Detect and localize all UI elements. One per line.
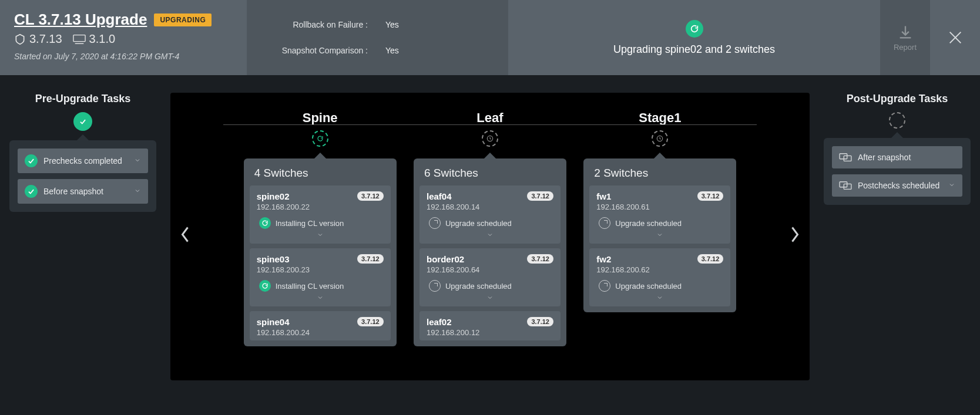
switch-status: Upgrade scheduled [596,217,723,229]
pre-tasks-box: Prechecks completedBefore snapshot [9,140,156,212]
version-pill: 3.7.12 [357,254,384,264]
stage-column: 6 Switchesleaf04192.168.200.143.7.12Upgr… [414,153,566,380]
version-pill: 3.7.12 [357,317,384,326]
page-title[interactable]: CL 3.7.13 Upgrade [14,11,147,29]
task-item[interactable]: Postchecks scheduled [832,174,962,197]
rollback-label: Rollback on Failure : [268,20,385,29]
status-badge: UPGRADING [154,14,212,26]
switch-ip: 192.168.200.12 [427,328,479,337]
stage-header: Spine [235,110,405,147]
header-actions: Report [880,0,980,75]
stage-count: 2 Switches [583,158,736,185]
switch-name: leaf02 [427,317,479,327]
prev-button[interactable] [174,220,196,254]
check-icon [25,154,38,167]
stage-title: Stage1 [639,110,681,126]
svg-rect-0 [73,35,85,41]
expand-button[interactable] [596,231,723,240]
pending-icon [889,112,905,129]
expand-button[interactable] [596,294,723,303]
switch-status-text: Upgrade scheduled [615,219,682,228]
report-button[interactable]: Report [880,0,930,75]
switch-name: fw2 [596,254,649,264]
switch-status: Upgrade scheduled [427,280,553,292]
switch-ip: 192.168.200.61 [596,203,649,211]
header-left: CL 3.7.13 Upgrade UPGRADING 3.7.13 3.1.0… [0,0,247,75]
stage-count: 4 Switches [244,158,397,185]
expand-button[interactable] [427,294,553,303]
task-label: Before snapshot [43,187,103,196]
expand-button[interactable] [257,294,384,303]
switch-card[interactable]: spine04192.168.200.243.7.12 [250,311,391,340]
body: Pre-Upgrade Tasks Prechecks completedBef… [0,75,980,415]
task-item[interactable]: Before snapshot [18,179,148,204]
post-tasks-box: After snapshotPostchecks scheduled [824,138,971,205]
task-item[interactable]: Prechecks completed [18,149,148,173]
cycle-icon [686,20,703,38]
close-button[interactable] [930,0,980,75]
switch-card[interactable]: leaf02192.168.200.123.7.12 [419,311,561,340]
stage-box: 4 Switchesspine02192.168.200.223.7.12Ins… [244,158,397,346]
snapshot-icon [839,180,852,191]
pointer-icon [654,153,666,158]
chevron-down-icon [134,156,141,166]
clock-icon [429,217,441,229]
cycle-icon [259,217,271,229]
version-pill: 3.7.12 [527,317,553,326]
stage-box: 6 Switchesleaf04192.168.200.143.7.12Upgr… [414,158,566,346]
stage-box: 2 Switchesfw1192.168.200.613.7.12Upgrade… [583,158,736,312]
switch-status: Installing CL version [257,280,384,292]
switch-status-text: Installing CL version [276,219,344,228]
switch-card[interactable]: fw1192.168.200.613.7.12Upgrade scheduled [589,185,730,244]
switch-card[interactable]: border02192.168.200.643.7.12Upgrade sche… [419,248,561,306]
netq-version: 3.1.0 [73,32,115,46]
chevron-down-icon [134,187,141,196]
header-settings: Rollback on Failure : Yes Snapshot Compa… [247,0,508,75]
task-label: Prechecks completed [43,156,122,166]
progress-text: Upgrading spine02 and 2 switches [613,43,775,56]
switch-ip: 192.168.200.64 [427,265,479,274]
switch-ip: 192.168.200.22 [257,203,310,211]
version-pill: 3.7.12 [357,191,384,201]
switch-card[interactable]: leaf04192.168.200.143.7.12Upgrade schedu… [419,185,561,244]
pointer-icon [77,134,89,140]
switch-status-text: Upgrade scheduled [445,282,512,291]
stage-header: Leaf [405,110,575,147]
cl-icon [14,33,26,45]
download-icon [897,24,914,41]
switch-name: spine02 [257,191,310,201]
switch-list: spine02192.168.200.223.7.12Installing CL… [244,185,397,346]
switch-ip: 192.168.200.24 [257,328,310,337]
version-pill: 3.7.12 [527,191,553,201]
svg-rect-7 [844,156,851,161]
cycle-icon [259,280,271,292]
clock-icon [599,217,610,229]
cl-version: 3.7.13 [14,32,62,46]
switch-status-text: Upgrade scheduled [615,282,682,291]
check-icon [73,112,92,131]
clock-icon [429,280,441,292]
svg-rect-8 [840,182,847,187]
switch-status-text: Upgrade scheduled [445,219,512,228]
switch-ip: 192.168.200.14 [427,203,479,211]
stage-header: Stage1 [575,110,745,147]
clock-icon [482,130,498,147]
post-upgrade-panel: Post-Upgrade Tasks After snapshotPostche… [824,93,971,415]
switch-card[interactable]: spine02192.168.200.223.7.12Installing CL… [250,185,391,244]
snapshot-label: Snapshot Comparison : [268,46,385,55]
rollback-value: Yes [385,20,399,29]
svg-rect-6 [840,154,847,159]
switch-card[interactable]: fw2192.168.200.623.7.12Upgrade scheduled [589,248,730,306]
expand-button[interactable] [427,231,553,240]
svg-rect-9 [844,184,851,189]
snapshot-icon [839,152,852,163]
switch-status: Upgrade scheduled [427,217,553,229]
next-button[interactable] [784,220,806,254]
switch-name: border02 [427,254,479,264]
expand-button[interactable] [257,231,384,240]
switch-card[interactable]: spine03192.168.200.233.7.12Installing CL… [250,248,391,306]
version-pill: 3.7.12 [527,254,553,264]
task-item[interactable]: After snapshot [832,146,962,168]
switch-name: fw1 [596,191,649,201]
stage-title: Spine [303,110,338,126]
